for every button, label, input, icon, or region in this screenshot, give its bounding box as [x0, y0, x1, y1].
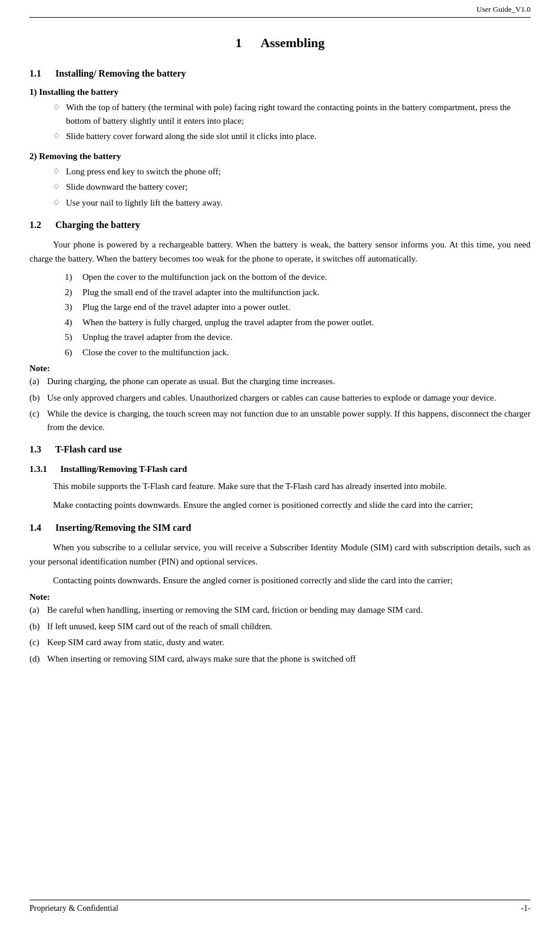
- section-1-1: 1.1 Installing/ Removing the battery 1) …: [29, 68, 531, 209]
- section-1-3-1-para2: Make contacting points downwards. Ensure…: [29, 498, 531, 512]
- section-1-3: 1.3 T-Flash card use 1.3.1 Installing/Re…: [29, 444, 531, 512]
- diamond-icon-1: ♢: [53, 101, 60, 113]
- sim-note-label: Note:: [29, 592, 531, 602]
- section-1-2-para1: Your phone is powered by a rechargeable …: [29, 237, 531, 266]
- section-1-3-1-title: 1.3.1 Installing/Removing T-Flash card: [29, 464, 531, 474]
- diamond-icon-4: ♢: [53, 181, 60, 193]
- section-1-4: 1.4 Inserting/Removing the SIM card When…: [29, 523, 531, 665]
- remove-bullet-1: ♢ Long press end key to switch the phone…: [53, 165, 531, 179]
- section-1-3-1: 1.3.1 Installing/Removing T-Flash card T…: [29, 464, 531, 512]
- step-3: 3) Plug the large end of the travel adap…: [65, 300, 531, 314]
- diamond-icon-5: ♢: [53, 197, 60, 209]
- charging-note-b: (b) Use only approved chargers and cable…: [29, 391, 531, 405]
- install-bullet-1-text: With the top of battery (the terminal wi…: [66, 101, 531, 127]
- remove-battery-bullets: ♢ Long press end key to switch the phone…: [53, 165, 531, 210]
- step-2: 2) Plug the small end of the travel adap…: [65, 286, 531, 299]
- sim-note-d: (d) When inserting or removing SIM card,…: [29, 652, 531, 666]
- install-bullet-2: ♢ Slide battery cover forward along the …: [53, 130, 531, 143]
- page-header: User Guide_V1.0: [29, 0, 531, 18]
- section-1-4-para2: Contacting points downwards. Ensure the …: [29, 573, 531, 587]
- diamond-icon-2: ♢: [53, 130, 60, 142]
- section-1-2-title: 1.2 Charging the battery: [29, 220, 531, 230]
- chapter-title: 1 Assembling: [29, 35, 531, 51]
- section-1-2: 1.2 Charging the battery Your phone is p…: [29, 220, 531, 434]
- remove-bullet-3-text: Use your nail to lightly lift the batter…: [66, 196, 223, 210]
- step-5: 5) Unplug the travel adapter from the de…: [65, 331, 531, 344]
- install-bullet-1: ♢ With the top of battery (the terminal …: [53, 101, 531, 127]
- remove-bullet-2-text: Slide downward the battery cover;: [66, 180, 188, 194]
- charging-note-a: (a) During charging, the phone can opera…: [29, 375, 531, 388]
- sim-note-a: (a) Be careful when handling, inserting …: [29, 603, 531, 617]
- install-bullet-2-text: Slide battery cover forward along the si…: [66, 130, 316, 143]
- sim-note-c: (c) Keep SIM card away from static, dust…: [29, 636, 531, 649]
- install-battery-label: 1) Installing the battery: [29, 87, 531, 97]
- charging-note-label: Note:: [29, 364, 531, 374]
- section-1-4-title: 1.4 Inserting/Removing the SIM card: [29, 523, 531, 533]
- chapter-number: 1: [236, 35, 242, 50]
- section-1-1-title: 1.1 Installing/ Removing the battery: [29, 68, 531, 79]
- diamond-icon-3: ♢: [53, 166, 60, 177]
- section-1-4-para1: When you subscribe to a cellular service…: [29, 540, 531, 569]
- remove-bullet-1-text: Long press end key to switch the phone o…: [66, 165, 221, 179]
- step-1: 1) Open the cover to the multifunction j…: [65, 270, 531, 284]
- step-4: 4) When the battery is fully charged, un…: [65, 316, 531, 329]
- charging-note-c: (c) While the device is charging, the to…: [29, 407, 531, 434]
- remove-bullet-3: ♢ Use your nail to lightly lift the batt…: [53, 196, 531, 210]
- sim-note-b: (b) If left unused, keep SIM card out of…: [29, 620, 531, 633]
- page-footer: Proprietary & Confidential -1-: [29, 900, 531, 913]
- chapter-name: Assembling: [261, 35, 325, 50]
- section-1-3-1-para1: This mobile supports the T-Flash card fe…: [29, 479, 531, 493]
- charging-steps: 1) Open the cover to the multifunction j…: [65, 270, 531, 359]
- header-text: User Guide_V1.0: [476, 5, 531, 14]
- step-6: 6) Close the cover to the multifunction …: [65, 346, 531, 359]
- remove-battery-label: 2) Removing the battery: [29, 151, 531, 161]
- install-battery-bullets: ♢ With the top of battery (the terminal …: [53, 101, 531, 143]
- remove-bullet-2: ♢ Slide downward the battery cover;: [53, 180, 531, 194]
- footer-left: Proprietary & Confidential: [29, 904, 118, 913]
- footer-right: -1-: [521, 904, 531, 913]
- section-1-3-title: 1.3 T-Flash card use: [29, 444, 531, 455]
